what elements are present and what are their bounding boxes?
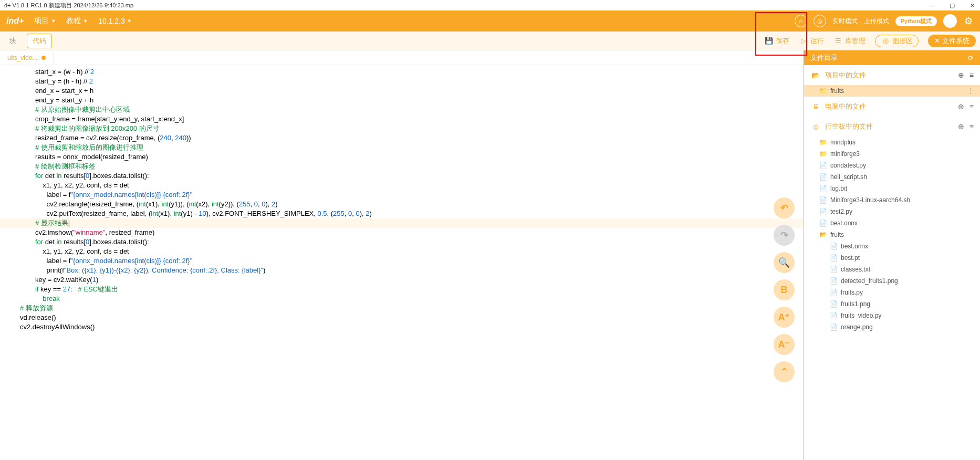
code-line[interactable]: resized_frame = cv2.resize(crop_frame, (… <box>0 133 803 143</box>
folder-icon: 📂 <box>819 231 827 238</box>
section-computer-files[interactable]: 🖥 电脑中的文件 ⊕ ≡ <box>804 97 980 117</box>
gear-icon[interactable]: ⚙ <box>963 16 974 26</box>
tree-item-label: test2.py <box>830 208 852 215</box>
code-line[interactable]: # 使用裁剪和缩放后的图像进行推理 <box>0 143 803 152</box>
target-icon[interactable]: ◎ <box>814 15 826 27</box>
file-icon: 📄 <box>819 173 827 181</box>
library-button[interactable]: ☰库管理 <box>833 36 866 46</box>
tree-file[interactable]: 📄condatest.py <box>804 160 980 171</box>
tree-file[interactable]: 📄fruits1.png <box>804 298 980 310</box>
close-icon[interactable]: ✕ <box>968 2 976 9</box>
code-line[interactable]: key = cv2.waitKey(1) <box>0 275 803 285</box>
code-line[interactable]: # 将裁剪出的图像缩放到 200x200 的尺寸 <box>0 124 803 133</box>
file-icon: 📄 <box>829 289 838 296</box>
file-icon: 📄 <box>819 185 827 192</box>
code-line[interactable]: cv2.rectangle(resized_frame, (int(x1), i… <box>0 200 803 209</box>
editor-pane: uits_vide... start_x = (w - h) // 2 star… <box>0 50 804 460</box>
scroll-top-button[interactable]: ⌃ <box>774 361 795 382</box>
code-line[interactable]: results = onnx_model(resized_frame) <box>0 152 803 162</box>
code-line[interactable]: start_x = (w - h) // 2 <box>0 67 803 77</box>
menu-icon[interactable]: ≡ <box>969 122 974 131</box>
tree-file[interactable]: 📄classes.txt <box>804 264 980 275</box>
code-line[interactable]: x1, y1, x2, y2, conf, cls = det <box>0 181 803 190</box>
sidebar-header: 文件目录 ⟳ <box>804 50 980 65</box>
code-line[interactable]: cv2.destroyAllWindows() <box>0 322 803 332</box>
tree-folder[interactable]: 📂fruits <box>804 229 980 241</box>
code-line[interactable]: for det in results[0].boxes.data.tolist(… <box>0 237 803 247</box>
code-line[interactable]: # 释放资源 <box>0 304 803 313</box>
code-line[interactable]: x1, y1, x2, y2, conf, cls = det <box>0 247 803 256</box>
font-decrease-button[interactable]: A⁻ <box>774 334 795 355</box>
folder-icon: 📁 <box>819 150 827 158</box>
tree-file[interactable]: 📄detected_fruits1.png <box>804 275 980 287</box>
font-increase-button[interactable]: A⁺ <box>774 307 795 328</box>
chevron-down-icon: ▼ <box>83 18 88 24</box>
code-line[interactable]: cv2.imshow("winname", resized_frame) <box>0 228 803 237</box>
tree-folder[interactable]: 📁mindplus <box>804 137 980 148</box>
tree-file[interactable]: 📄Miniforge3-Linux-aarch64.sh <box>804 194 980 206</box>
code-editor[interactable]: start_x = (w - h) // 2 start_y = (h - h)… <box>0 65 803 460</box>
code-line[interactable]: label = f"{onnx_model.names[int(cls)]} {… <box>0 190 803 200</box>
save-button[interactable]: 💾保存 <box>764 36 789 46</box>
redo-button[interactable]: ↷ <box>774 225 795 246</box>
target-icon: ◎ <box>881 36 890 46</box>
more-icon[interactable]: ⋮ <box>967 87 974 95</box>
menu-ip[interactable]: 10.1.2.3▼ <box>98 17 132 25</box>
bold-button[interactable]: B <box>774 279 795 300</box>
tree-file[interactable]: 📄hell_script.sh <box>804 171 980 183</box>
filesystem-button[interactable]: ✕文件系统 <box>928 35 976 47</box>
tree-item-label: fruits.py <box>841 289 863 296</box>
code-line[interactable]: # 绘制检测框和标签 <box>0 162 803 171</box>
blocks-area-button[interactable]: ◎图形区 <box>875 35 919 47</box>
tab-code[interactable]: 代码 <box>27 34 52 48</box>
avatar[interactable] <box>943 14 957 28</box>
project-tree: 📁fruits⋮ <box>804 85 980 97</box>
minimize-icon[interactable]: — <box>929 2 936 9</box>
code-line[interactable]: for det in results[0].boxes.data.tolist(… <box>0 171 803 181</box>
mode-upload[interactable]: 上传模式 <box>864 17 889 26</box>
run-button[interactable]: ▷运行 <box>799 36 824 46</box>
file-tab[interactable]: uits_vide... <box>0 52 54 64</box>
code-line[interactable]: if key == 27: # ESC键退出 <box>0 285 803 294</box>
undo-button[interactable]: ↶ <box>774 197 795 218</box>
search-button[interactable]: 🔍 <box>774 252 795 273</box>
menu-icon[interactable]: ≡ <box>969 102 974 111</box>
tree-file[interactable]: 📄best.onnx <box>804 217 980 229</box>
tree-file[interactable]: 📄log.txt <box>804 183 980 194</box>
refresh-icon[interactable]: ⟳ <box>968 54 974 62</box>
code-line[interactable]: vd.release() <box>0 313 803 322</box>
chart-icon[interactable]: ⌂ <box>795 15 807 27</box>
tree-file[interactable]: 📄test2.py <box>804 206 980 217</box>
tree-folder[interactable]: 📁fruits⋮ <box>804 85 980 97</box>
tree-file[interactable]: 📄fruits_video.py <box>804 310 980 321</box>
code-line[interactable]: start_y = (h - h) // 2 <box>0 77 803 86</box>
tree-file[interactable]: 📄best.pt <box>804 252 980 264</box>
menu-tutorial[interactable]: 教程▼ <box>66 16 88 26</box>
add-file-icon[interactable]: ⊕ <box>958 102 964 111</box>
code-line[interactable]: end_x = start_x + h <box>0 86 803 96</box>
window-controls: — ▢ ✕ <box>929 2 976 9</box>
python-mode-badge[interactable]: Python模式 <box>895 16 937 26</box>
code-line[interactable]: end_y = start_y + h <box>0 96 803 105</box>
code-line[interactable]: break <box>0 294 803 304</box>
code-line[interactable]: print(f"Box: ({x1}, {y1})-({x2}, {y2}), … <box>0 266 803 275</box>
code-line[interactable]: label = f"{onnx_model.names[int(cls)]} {… <box>0 256 803 266</box>
tree-folder[interactable]: 📁miniforge3 <box>804 148 980 160</box>
play-icon: ▷ <box>799 36 808 46</box>
tab-blocks[interactable]: 块 <box>4 34 22 48</box>
code-line[interactable]: # 从原始图像中裁剪出中心区域 <box>0 105 803 114</box>
menu-icon[interactable]: ≡ <box>969 71 974 79</box>
menu-project[interactable]: 项目▼ <box>34 16 56 26</box>
tree-file[interactable]: 📄fruits.py <box>804 287 980 298</box>
add-file-icon[interactable]: ⊕ <box>958 71 964 79</box>
maximize-icon[interactable]: ▢ <box>948 2 956 9</box>
tree-file[interactable]: 📄best.onnx <box>804 241 980 252</box>
section-board-files[interactable]: ◎ 行空板中的文件 ⊕ ≡ <box>804 117 980 137</box>
add-file-icon[interactable]: ⊕ <box>958 122 964 131</box>
code-line[interactable]: crop_frame = frame[start_y:end_y, start_… <box>0 114 803 124</box>
mode-realtime[interactable]: 实时模式 <box>832 17 858 26</box>
section-project-files[interactable]: 📂 项目中的文件 ⊕ ≡ <box>804 65 980 85</box>
tree-file[interactable]: 📄orange.png <box>804 321 980 333</box>
code-line[interactable]: # 显示结果| <box>0 218 803 228</box>
code-line[interactable]: cv2.putText(resized_frame, label, (int(x… <box>0 209 803 218</box>
